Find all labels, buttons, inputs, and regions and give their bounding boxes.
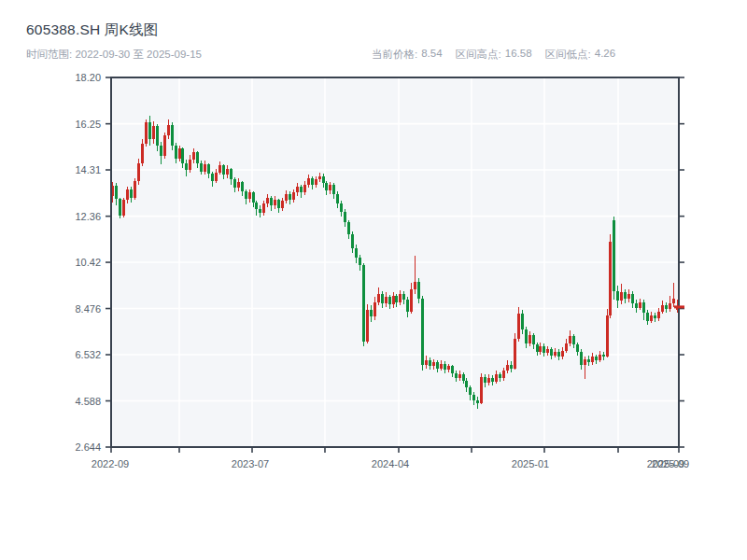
candle-body (639, 302, 641, 308)
x-tick-label-overlap: 2025-09 (652, 458, 689, 469)
current-price-marker (674, 305, 684, 308)
candle-body (495, 374, 498, 382)
candle-body (627, 294, 630, 299)
y-tick-label: 8.476 (75, 303, 101, 315)
candle-body (274, 200, 276, 205)
candle-body (377, 294, 380, 302)
candle-body (163, 135, 166, 156)
candle-body (669, 303, 671, 309)
candle-body (421, 299, 424, 365)
candle-body (152, 126, 155, 139)
candle-body (661, 305, 664, 311)
candle-body (569, 336, 571, 343)
candle-body (635, 303, 638, 308)
candle-body (252, 192, 255, 202)
candle-body (665, 305, 668, 309)
candle-body (307, 178, 310, 184)
candle-body (156, 126, 159, 145)
candle-body (646, 313, 649, 321)
candle-body (402, 294, 405, 300)
candle-body (315, 179, 317, 184)
y-tick-label: 10.42 (75, 257, 101, 268)
candle-body (115, 186, 118, 199)
candle-body (171, 125, 174, 146)
candle-body (167, 125, 170, 135)
x-tick-label: 2022-09 (92, 458, 129, 469)
candle-body (642, 302, 645, 313)
candle-body (525, 329, 528, 343)
candle-body (122, 200, 125, 216)
candle-body (410, 289, 413, 312)
candle-body (472, 395, 475, 400)
candle-body (374, 302, 376, 316)
candle-body (587, 359, 590, 363)
candle-body (218, 165, 221, 173)
candle-body (487, 378, 490, 383)
y-tick-label: 2.644 (75, 441, 101, 453)
candle-body (233, 179, 236, 188)
candle-body (432, 362, 435, 366)
y-tick-label: 4.588 (75, 396, 101, 407)
candle-body (130, 189, 133, 198)
candle-body (650, 315, 653, 321)
candle-body (266, 198, 269, 203)
candle-body (565, 343, 568, 351)
candle-body (248, 192, 251, 198)
candle-body (392, 296, 395, 304)
candle-body (347, 222, 350, 234)
candle-body (340, 203, 343, 212)
candle-body (440, 364, 443, 369)
candle-body (572, 336, 575, 344)
candle-body (259, 209, 261, 213)
candle-body (458, 374, 461, 378)
candle-body (506, 365, 509, 371)
candle-body (444, 364, 446, 370)
candle-body (491, 378, 494, 382)
candle-body (277, 200, 280, 208)
candle-body (359, 258, 361, 265)
candle-body (262, 203, 265, 213)
candle-body (281, 201, 284, 208)
candle-body (539, 346, 542, 352)
candle-body (196, 152, 199, 162)
x-tick-label: 2023-07 (232, 458, 269, 469)
candle-body (414, 282, 416, 289)
y-tick-label: 14.31 (75, 164, 101, 175)
candle-body (591, 357, 594, 362)
candle-body (580, 352, 583, 365)
candle-body (385, 297, 388, 302)
candle-body (543, 346, 545, 354)
candle-body (536, 344, 539, 352)
candle-body (657, 312, 660, 319)
candle-body (322, 176, 325, 184)
y-axis-labels: 18.2016.2514.3112.3610.428.4766.5324.588… (75, 72, 101, 453)
candle-body (126, 189, 129, 200)
candle-body (554, 352, 557, 356)
candle-body (226, 169, 229, 175)
candle-body (399, 294, 402, 302)
candle-body (255, 203, 258, 210)
candle-body (189, 160, 191, 170)
candle-body (613, 220, 615, 291)
candle-body (381, 294, 384, 303)
candle-body (476, 400, 479, 403)
candle-body (336, 194, 339, 203)
candle-body (344, 212, 346, 222)
candle-body (499, 374, 501, 378)
candle-body (606, 315, 609, 357)
candle-body (207, 164, 210, 174)
candle-body (557, 352, 560, 357)
candle-body (395, 296, 398, 301)
candle-body (451, 366, 454, 373)
candle-body (222, 165, 225, 175)
candle-body (119, 199, 121, 216)
candle-body (134, 181, 136, 198)
candle-body (289, 194, 291, 200)
candle-body (469, 387, 472, 395)
candle-body (455, 373, 458, 378)
candle-body (654, 315, 656, 319)
candle-body (465, 381, 468, 388)
candle-body (616, 291, 619, 301)
candle-body (595, 357, 598, 360)
candle-body (204, 164, 206, 172)
